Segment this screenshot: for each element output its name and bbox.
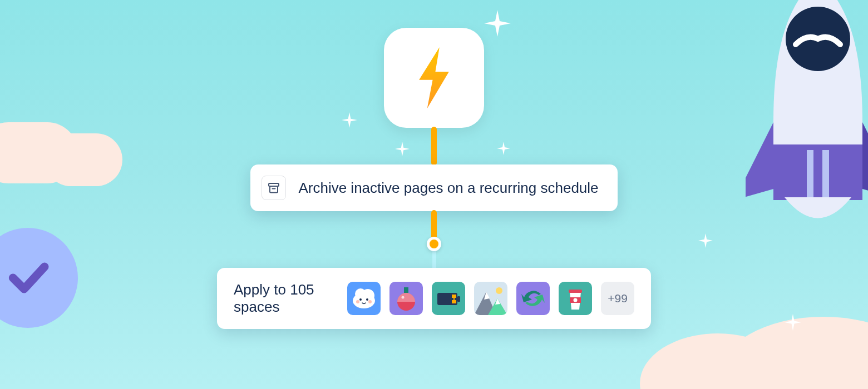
space-icon-sync[interactable] xyxy=(516,282,550,315)
action-label: Archive inactive pages on a recurring sc… xyxy=(298,179,598,197)
space-icon-coffee[interactable] xyxy=(559,282,592,315)
svg-point-21 xyxy=(496,287,502,294)
sparkle-icon xyxy=(785,314,801,331)
svg-rect-1 xyxy=(773,144,862,200)
automation-flow: Archive inactive pages on a recurring sc… xyxy=(217,28,651,329)
svg-rect-22 xyxy=(569,290,582,293)
svg-point-24 xyxy=(574,298,578,302)
svg-point-15 xyxy=(402,296,405,299)
rocket-illustration xyxy=(746,0,868,228)
lightning-bolt-icon xyxy=(412,47,456,108)
sparkle-icon xyxy=(698,233,713,248)
svg-rect-2 xyxy=(807,150,813,200)
space-icon-battery[interactable] xyxy=(432,282,465,315)
svg-point-11 xyxy=(356,300,359,303)
svg-rect-13 xyxy=(404,287,408,293)
connector-node xyxy=(427,237,441,251)
archive-icon xyxy=(267,181,280,194)
svg-point-10 xyxy=(366,298,368,301)
cloud-decoration xyxy=(0,100,145,183)
apply-label: Apply to 105 spaces xyxy=(234,281,327,316)
more-spaces-count[interactable]: +99 xyxy=(601,282,634,315)
svg-point-12 xyxy=(368,300,372,303)
connector-line xyxy=(431,210,437,245)
svg-rect-4 xyxy=(269,183,279,186)
cloud-decoration xyxy=(618,300,868,389)
checkmark-badge xyxy=(0,228,78,328)
apply-spaces-card[interactable]: Apply to 105 spaces xyxy=(217,268,651,329)
space-icon-mountain[interactable] xyxy=(474,282,507,315)
svg-rect-20 xyxy=(453,296,455,302)
space-icon-potion[interactable] xyxy=(389,282,423,315)
svg-point-9 xyxy=(359,298,362,301)
connector-line xyxy=(431,127,437,166)
action-card[interactable]: Archive inactive pages on a recurring sc… xyxy=(250,164,617,211)
space-icon-cloud[interactable] xyxy=(347,282,381,315)
archive-icon-box xyxy=(262,176,286,200)
checkmark-icon xyxy=(6,256,50,300)
svg-rect-3 xyxy=(822,150,829,200)
svg-rect-17 xyxy=(457,296,460,302)
trigger-card[interactable] xyxy=(384,28,484,128)
space-icon-list: +99 xyxy=(347,282,634,315)
